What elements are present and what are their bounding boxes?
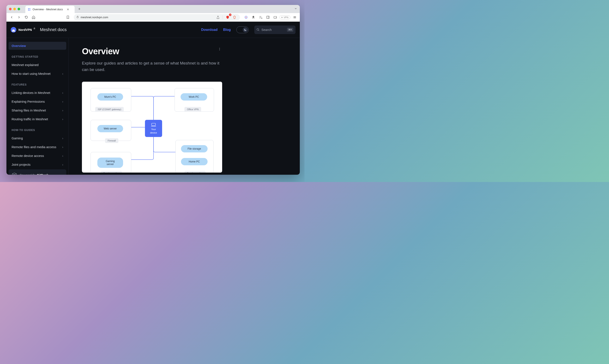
search-placeholder: Search — [261, 28, 272, 31]
lock-icon — [76, 16, 79, 19]
address-bar[interactable]: meshnet.nordvpn.com 2 — [74, 14, 240, 21]
sidebar-item-meshnet-explained[interactable]: Meshnet explained — [9, 61, 66, 69]
sidebar-item-remote-device[interactable]: Remote device access › — [9, 152, 66, 160]
search-icon — [256, 28, 260, 31]
browser-menu-icon[interactable] — [292, 14, 298, 20]
svg-point-13 — [219, 50, 220, 50]
playlist-icon[interactable] — [258, 14, 264, 20]
sidebar: Overview GETTING STARTED Meshnet explain… — [6, 38, 69, 175]
diagram-pill-mums-pc: Mum's PC — [97, 93, 123, 101]
tab-dropdown-icon[interactable] — [294, 7, 297, 11]
vpn-label: VPN — [283, 16, 288, 19]
sidebar-item-label: Linking devices in Meshnet — [12, 91, 50, 94]
window-maximize-button[interactable] — [18, 8, 20, 10]
diagram-box-home — [175, 140, 213, 173]
new-tab-button[interactable]: + — [76, 6, 82, 12]
diagram-tag-port-forwarding-right: Port forwarding — [185, 171, 206, 173]
app-root: NordVPN® Meshnet docs Download Blog Sear… — [6, 22, 300, 175]
browser-tab[interactable]: Overview - Meshnet docs ✕ — [25, 6, 75, 13]
chevron-right-icon: › — [62, 163, 63, 166]
chevron-right-icon: › — [62, 108, 63, 112]
sidebar-section-features: FEATURES — [9, 78, 66, 88]
window-minimize-button[interactable] — [13, 8, 16, 10]
svg-rect-6 — [266, 16, 269, 18]
sidebar-item-label: Routing traffic in Meshnet — [12, 117, 48, 121]
svg-rect-4 — [77, 17, 79, 18]
svg-point-8 — [276, 17, 276, 18]
sidebar-item-linking-devices[interactable]: Linking devices in Meshnet › — [9, 89, 66, 97]
sidebar-item-sharing-files[interactable]: Sharing files in Meshnet › — [9, 106, 66, 114]
sidebar-item-label: How to start using Meshnet — [12, 72, 51, 76]
tab-favicon-icon — [27, 8, 31, 11]
brave-icon[interactable] — [231, 14, 237, 20]
chevron-right-icon: › — [62, 145, 63, 149]
extensions-icon[interactable] — [250, 14, 256, 20]
sidebar-item-label: Sharing files in Meshnet — [12, 108, 46, 112]
svg-rect-14 — [152, 123, 156, 126]
window-close-button[interactable] — [9, 8, 12, 10]
bookmark-button[interactable] — [65, 14, 71, 20]
main-content: Overview Explore our guides and articles… — [69, 38, 300, 175]
svg-point-11 — [219, 48, 220, 48]
sidebar-item-gaming[interactable]: Gaming › — [9, 134, 66, 142]
sidebar-toggle-icon[interactable] — [265, 14, 271, 20]
powered-by-gitbook[interactable]: Powered By GitBook — [9, 169, 66, 175]
browser-toolbar: meshnet.nordvpn.com 2 VPN — [6, 13, 300, 22]
logo-area[interactable]: NordVPN® Meshnet docs — [11, 27, 67, 33]
nordvpn-logo-icon — [11, 27, 16, 33]
moon-icon — [244, 28, 247, 31]
diagram-tag-isp: ISP (CGNAT gateway) — [95, 107, 124, 112]
chevron-right-icon: › — [62, 91, 63, 94]
diagram-pill-web-server: Web server — [97, 125, 123, 132]
share-button[interactable] — [215, 14, 221, 20]
reload-button[interactable] — [23, 14, 29, 20]
page-title: Overview — [82, 47, 119, 56]
tab-close-icon[interactable]: ✕ — [67, 8, 69, 11]
theme-toggle-knob — [243, 27, 248, 32]
diagram-tag-office-vpn: Office VPN — [185, 107, 201, 112]
diagram-tag-firewall: Firewall — [105, 138, 118, 143]
traffic-lights — [9, 8, 20, 10]
page-actions-menu[interactable] — [217, 47, 222, 52]
gitbook-icon — [12, 172, 17, 175]
sidebar-item-joint-projects[interactable]: Joint projects › — [9, 161, 66, 169]
sidebar-item-label: Remote device access — [12, 154, 44, 157]
wallet-icon[interactable] — [272, 14, 278, 20]
brand-text: NordVPN — [18, 28, 32, 31]
powered-by-text: Powered By GitBook — [20, 173, 49, 175]
sidebar-section-getting-started: GETTING STARTED — [9, 51, 66, 60]
forward-button[interactable] — [16, 14, 22, 20]
chevron-right-icon: › — [62, 72, 63, 76]
chevron-right-icon: › — [62, 100, 63, 103]
vpn-status-dot — [281, 17, 283, 18]
download-link[interactable]: Download — [201, 28, 217, 32]
home-button[interactable] — [30, 14, 37, 20]
blog-link[interactable]: Blog — [223, 28, 231, 32]
svg-point-9 — [11, 27, 16, 33]
back-button[interactable] — [9, 14, 14, 20]
vpn-indicator[interactable]: VPN — [279, 15, 290, 19]
sidebar-item-label: Overview — [12, 44, 26, 48]
sidebar-item-explaining-permissions[interactable]: Explaining Permissions › — [9, 98, 66, 105]
meshnet-diagram: Mum's PC ISP (CGNAT gateway) Work PC Off… — [82, 82, 222, 173]
browser-tab-bar: Overview - Meshnet docs ✕ + — [6, 5, 300, 13]
app-header: NordVPN® Meshnet docs Download Blog Sear… — [6, 22, 300, 38]
sidebar-item-label: Remote files and media access — [12, 145, 56, 149]
sidebar-item-how-to-start[interactable]: How to start using Meshnet › — [9, 70, 66, 78]
shield-count: 2 — [229, 13, 231, 16]
diagram-center-device: Your device — [145, 120, 162, 137]
sidebar-item-remote-files[interactable]: Remote files and media access › — [9, 143, 66, 151]
sidebar-item-routing-traffic[interactable]: Routing traffic in Meshnet › — [9, 115, 66, 123]
theme-toggle[interactable] — [236, 26, 249, 33]
rewards-icon[interactable] — [243, 14, 249, 20]
chevron-right-icon: › — [62, 136, 63, 140]
search-box[interactable]: Search ⌘K — [254, 26, 295, 34]
sidebar-item-label: Gaming — [12, 136, 23, 140]
diagram-pill-work-pc: Work PC — [181, 93, 207, 101]
sidebar-item-label: Explaining Permissions — [12, 100, 45, 103]
site-title: Meshnet docs — [40, 27, 67, 32]
sidebar-item-overview[interactable]: Overview — [9, 42, 66, 50]
shield-button[interactable]: 2 — [225, 14, 230, 20]
page-subtitle: Explore our guides and articles to get a… — [82, 60, 222, 73]
sidebar-section-howto: HOW-TO GUIDES — [9, 124, 66, 133]
